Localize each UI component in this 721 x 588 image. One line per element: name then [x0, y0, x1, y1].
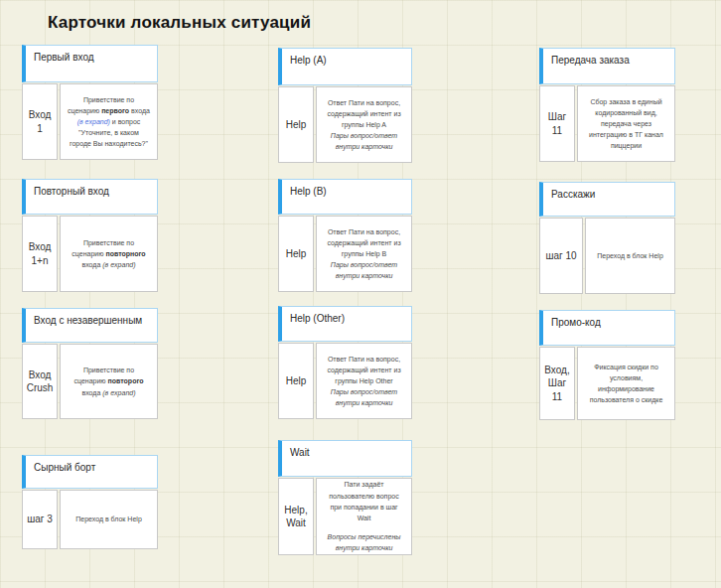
card-title-text: Wait	[290, 447, 310, 458]
card-step-label: шаг 10	[545, 249, 576, 263]
card-desc-cell[interactable]: Ответ Пати на вопрос, содержащий интент …	[316, 216, 412, 292]
card-step-cell[interactable]: Help, Wait	[278, 478, 314, 555]
card-desc-text: Ответ Пати на вопрос, содержащий интент …	[324, 226, 404, 282]
card-title-text: Вход с незавершенным	[34, 315, 142, 326]
card-cheese-crust[interactable]: Сырный борт шаг 3 Переход в блок Help	[22, 455, 158, 549]
desc-text: входа	[129, 107, 150, 114]
desc-italic-text: Пары вопрос/ответ внутри карточки	[324, 259, 404, 281]
card-desc-cell[interactable]: Переход в блок Help	[60, 490, 158, 549]
desc-text: Пати задаёт пользователю вопрос при попа…	[329, 481, 398, 521]
card-wait[interactable]: Wait Help, Wait Пати задаёт пользователю…	[278, 440, 412, 555]
whiteboard-canvas[interactable]: Карточки локальных ситуаций Первый вход …	[0, 0, 721, 588]
card-desc-cell[interactable]: Пати задаёт пользователю вопрос при попа…	[316, 478, 412, 555]
card-step-label: Help, Wait	[281, 504, 311, 530]
card-title-text: Первый вход	[34, 52, 94, 63]
card-header[interactable]: Help (B)	[278, 179, 412, 215]
desc-text: Переход в блок Help	[597, 250, 663, 261]
card-title-text: Сырный борт	[34, 462, 95, 473]
card-desc-text: Ответ Пати на вопрос, содержащий интент …	[324, 97, 404, 153]
card-step-cell[interactable]: Вход, Шаг 11	[539, 347, 575, 420]
card-desc-cell[interactable]: Сбор заказа в единый кодированный вид, п…	[577, 85, 675, 162]
desc-text: Ответ Пати на вопрос, содержащий интент …	[327, 228, 400, 257]
card-first-entry[interactable]: Первый вход Вход 1 Приветствие по сценар…	[22, 45, 158, 160]
desc-bold-text: повторого	[108, 377, 144, 384]
card-title-text: Help (B)	[290, 186, 327, 197]
card-step-label: Вход Crush	[25, 368, 55, 395]
card-step-cell[interactable]: шаг 10	[539, 218, 583, 294]
card-desc-text: Приветствие по сценарию первого входа (в…	[68, 94, 150, 150]
card-step-label: Help	[286, 247, 307, 261]
desc-link-text: (в expand)	[77, 118, 110, 125]
desc-text: Ответ Пати на вопрос, содержащий интент …	[327, 99, 400, 128]
card-header[interactable]: Сырный борт	[22, 455, 158, 489]
card-title-text: Повторный вход	[34, 186, 109, 197]
card-header[interactable]: Help (Other)	[278, 306, 412, 342]
card-header[interactable]: Передача заказа	[539, 48, 675, 84]
desc-text: Переход в блок Help	[75, 514, 142, 524]
page-title[interactable]: Карточки локальных ситуаций	[48, 13, 311, 33]
card-header[interactable]: Первый вход	[22, 45, 158, 82]
card-tell-me[interactable]: Расскажи шаг 10 Переход в блок Help	[539, 182, 675, 294]
card-step-label: Шаг 11	[542, 110, 572, 137]
desc-bold-text: повторного	[105, 250, 145, 257]
card-header[interactable]: Промо-код	[539, 310, 675, 346]
desc-quote-text: "Уточните, в каком городе Вы находитесь?…	[68, 127, 150, 149]
card-header[interactable]: Расскажи	[539, 182, 675, 217]
card-step-cell[interactable]: Help	[278, 86, 314, 163]
card-unfinished-entry[interactable]: Вход с незавершенным Вход Crush Приветст…	[22, 308, 158, 419]
card-step-label: Help	[286, 118, 307, 132]
card-step-cell[interactable]: шаг 3	[22, 490, 58, 549]
card-promo-code[interactable]: Промо-код Вход, Шаг 11 Фиксация скидки п…	[539, 310, 675, 420]
card-help-a[interactable]: Help (A) Help Ответ Пати на вопрос, соде…	[278, 48, 412, 163]
desc-text: и вопрос	[110, 118, 140, 125]
card-desc-cell[interactable]: Переход в блок Help	[585, 218, 675, 294]
card-desc-text: Пати задаёт пользователю вопрос при попа…	[324, 479, 404, 553]
card-desc-text: Приветствие по сценарию повторого входа …	[68, 365, 150, 398]
desc-text: Фиксация скидки по условиям, информирова…	[585, 362, 667, 406]
card-repeat-entry[interactable]: Повторный вход Вход 1+n Приветствие по с…	[22, 179, 158, 292]
desc-italic-text: Вопросы перечислены внутри карточки	[324, 531, 404, 553]
card-desc-cell[interactable]: Приветствие по сценарию первого входа (в…	[60, 83, 158, 160]
card-header[interactable]: Help (A)	[278, 48, 412, 85]
card-help-other[interactable]: Help (Other) Help Ответ Пати на вопрос, …	[278, 306, 412, 419]
card-desc-cell[interactable]: Приветствие по сценарию повторого входа …	[60, 344, 158, 419]
card-step-cell[interactable]: Шаг 11	[539, 85, 575, 162]
card-header[interactable]: Повторный вход	[22, 179, 158, 215]
desc-text: входа	[81, 261, 102, 268]
card-step-label: Help	[286, 374, 307, 388]
card-step-label: Вход 1+n	[25, 240, 55, 267]
desc-text: Сбор заказа в единый кодированный вид, п…	[585, 96, 667, 152]
card-header[interactable]: Вход с незавершенным	[22, 308, 158, 343]
card-title-text: Расскажи	[551, 189, 595, 200]
card-step-cell[interactable]: Вход 1+n	[22, 216, 58, 292]
card-desc-text: Ответ Пати на вопрос, содержащий интент …	[324, 354, 404, 409]
desc-italic-text: Пары вопрос/ответ внутри карточки	[324, 386, 404, 408]
card-desc-text: Приветствие по сценарию повторного входа…	[68, 237, 150, 271]
card-title-text: Help (Other)	[290, 313, 345, 324]
desc-italic-text: (в expand)	[102, 389, 135, 396]
card-title-text: Промо-код	[551, 317, 601, 328]
card-step-label: шаг 3	[27, 513, 53, 526]
card-header[interactable]: Wait	[278, 440, 412, 477]
card-step-label: Вход 1	[25, 108, 55, 135]
card-step-label: Вход, Шаг 11	[542, 364, 572, 404]
card-help-b[interactable]: Help (B) Help Ответ Пати на вопрос, соде…	[278, 179, 412, 292]
card-order-transfer[interactable]: Передача заказа Шаг 11 Сбор заказа в еди…	[539, 48, 675, 162]
desc-text: входа	[81, 389, 102, 396]
card-desc-cell[interactable]: Ответ Пати на вопрос, содержащий интент …	[316, 86, 412, 163]
card-desc-cell[interactable]: Фиксация скидки по условиям, информирова…	[577, 347, 675, 420]
desc-italic-text: Пары вопрос/ответ внутри карточки	[324, 130, 404, 152]
card-step-cell[interactable]: Help	[278, 216, 314, 292]
desc-text: Ответ Пати на вопрос, содержащий интент …	[327, 356, 400, 384]
card-desc-cell[interactable]: Ответ Пати на вопрос, содержащий интент …	[316, 343, 412, 419]
desc-italic-text: (в expand)	[102, 261, 135, 268]
card-title-text: Передача заказа	[551, 55, 630, 66]
card-step-cell[interactable]: Help	[278, 343, 314, 419]
card-step-cell[interactable]: Вход Crush	[22, 344, 58, 419]
card-desc-cell[interactable]: Приветствие по сценарию повторного входа…	[60, 216, 158, 292]
card-step-cell[interactable]: Вход 1	[22, 83, 58, 160]
card-title-text: Help (A)	[290, 55, 327, 66]
desc-bold-text: первого	[101, 107, 129, 114]
